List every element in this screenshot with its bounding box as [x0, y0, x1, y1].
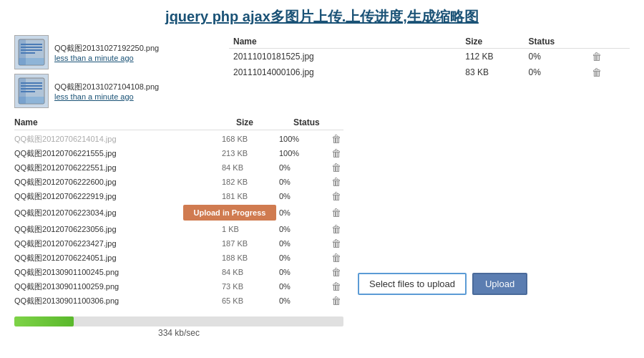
file-name: QQ截图20130901100245.png	[14, 267, 222, 278]
delete-icon[interactable]: 🗑	[331, 266, 341, 278]
preview-thumb-1	[14, 74, 49, 108]
uploaded-col-status: Status	[525, 35, 587, 49]
file-list: QQ截图20120706214014.jpg 168 KB 100% 🗑 QQ截…	[14, 132, 343, 308]
file-status: 0%	[279, 296, 329, 305]
file-list-panel: Name Size Status QQ截图20120706214014.jpg …	[14, 115, 343, 338]
uploaded-table-section: Name Size Status 20111010181525.jpg 112 …	[229, 35, 630, 108]
uploaded-cell-action[interactable]: 🗑	[587, 49, 630, 65]
list-item: QQ截图20120706221555.jpg 213 KB 100% 🗑	[14, 146, 343, 160]
delete-icon[interactable]: 🗑	[592, 67, 602, 78]
uploaded-col-size: Size	[461, 35, 524, 49]
svg-rect-6	[19, 39, 26, 65]
progress-track	[14, 316, 343, 326]
list-item: QQ截图20130901100245.png 84 KB 0% 🗑	[14, 265, 343, 279]
upload-button[interactable]: Upload	[472, 273, 527, 295]
delete-icon[interactable]: 🗑	[331, 207, 341, 218]
file-action[interactable]: 🗑	[329, 207, 343, 218]
select-files-button[interactable]: Select files to upload	[358, 273, 467, 295]
uploaded-col-name: Name	[229, 35, 461, 49]
file-size: 188 KB	[222, 253, 279, 262]
preview-name-1: QQ截图20131027104108.png	[54, 82, 159, 92]
delete-icon[interactable]: 🗑	[331, 238, 341, 249]
delete-icon[interactable]: 🗑	[331, 176, 341, 188]
delete-icon[interactable]: 🗑	[331, 190, 341, 202]
file-size: 84 KB	[222, 163, 279, 172]
speed-label: 334 kb/sec	[14, 328, 343, 338]
file-status: 0%	[279, 225, 329, 233]
file-action[interactable]: 🗑	[329, 133, 343, 145]
list-item: QQ截图20130901100306.png 65 KB 0% 🗑	[14, 294, 343, 308]
file-action[interactable]: 🗑	[329, 223, 343, 235]
delete-icon[interactable]: 🗑	[331, 252, 341, 263]
file-action[interactable]: 🗑	[329, 190, 343, 202]
file-action[interactable]: 🗑	[329, 295, 343, 306]
uploaded-row: 20111014000106.jpg 83 KB 0% 🗑	[229, 64, 630, 80]
preview-section: QQ截图20131027192250.png less than a minut…	[14, 35, 215, 108]
file-size: 181 KB	[222, 192, 279, 200]
file-name: QQ截图20120706223056.jpg	[14, 224, 222, 235]
file-action[interactable]: 🗑	[329, 281, 343, 292]
list-item: QQ截图20120706222551.jpg 84 KB 0% 🗑	[14, 160, 343, 175]
delete-icon[interactable]: 🗑	[331, 162, 341, 173]
preview-time-0: less than a minute ago	[54, 54, 159, 62]
upload-in-progress-bar: Upload in Progress	[183, 205, 276, 221]
file-action[interactable]: 🗑	[329, 238, 343, 249]
file-action[interactable]: 🗑	[329, 162, 343, 173]
file-size: 213 KB	[222, 149, 279, 158]
uploaded-cell-size: 83 KB	[461, 64, 524, 80]
uploaded-file-table: Name Size Status 20111010181525.jpg 112 …	[229, 35, 630, 80]
file-status: 0%	[279, 253, 329, 262]
preview-thumb-0	[14, 35, 49, 69]
uploaded-cell-name: 20111010181525.jpg	[229, 49, 461, 65]
list-item: QQ截图20130901100259.png 73 KB 0% 🗑	[14, 279, 343, 294]
file-name: QQ截图20130901100259.png	[14, 281, 222, 292]
progress-fill	[14, 316, 74, 326]
file-name: QQ截图20120706221555.jpg	[14, 148, 222, 159]
file-size: 84 KB	[222, 268, 279, 276]
col-status-header: Status	[293, 117, 343, 127]
file-name: QQ截图20130901100306.png	[14, 296, 222, 306]
col-name-header: Name	[14, 117, 236, 127]
preview-item-1: QQ截图20131027104108.png less than a minut…	[14, 74, 215, 108]
file-action[interactable]: 🗑	[329, 147, 343, 159]
file-name: QQ截图20120706222600.jpg	[14, 177, 222, 188]
preview-item-0: QQ截图20131027192250.png less than a minut…	[14, 35, 215, 69]
file-size: 182 KB	[222, 178, 279, 186]
right-panel: Select files to upload Upload	[358, 115, 630, 338]
file-action[interactable]: 🗑	[329, 176, 343, 188]
file-status: 0%	[279, 282, 329, 291]
file-name: QQ截图20120706223034.jpg	[14, 208, 183, 218]
delete-icon[interactable]: 🗑	[331, 133, 341, 145]
uploaded-cell-name: 20111014000106.jpg	[229, 64, 461, 80]
file-status: 0%	[279, 268, 329, 276]
list-item: QQ截图20120706214014.jpg 168 KB 100% 🗑	[14, 132, 343, 146]
preview-info-0: QQ截图20131027192250.png less than a minut…	[54, 43, 159, 62]
delete-icon[interactable]: 🗑	[331, 147, 341, 159]
list-item: QQ截图20120706223034.jpg Upload in Progres…	[14, 203, 343, 222]
list-item: QQ截图20120706222919.jpg 181 KB 0% 🗑	[14, 189, 343, 203]
preview-time-1: less than a minute ago	[54, 92, 159, 101]
list-item: QQ截图20120706224051.jpg 188 KB 0% 🗑	[14, 251, 343, 265]
list-item: QQ截图20120706222600.jpg 182 KB 0% 🗑	[14, 175, 343, 189]
list-item: QQ截图20120706223056.jpg 1 KB 0% 🗑	[14, 222, 343, 236]
file-action[interactable]: 🗑	[329, 252, 343, 263]
file-name: QQ截图20120706214014.jpg	[14, 134, 222, 145]
uploaded-col-action	[587, 35, 630, 49]
svg-rect-13	[19, 78, 26, 104]
file-name: QQ截图20120706224051.jpg	[14, 253, 222, 263]
file-size: 1 KB	[222, 225, 279, 233]
file-list-header: Name Size Status	[14, 115, 343, 130]
file-action[interactable]: 🗑	[329, 266, 343, 278]
delete-icon[interactable]: 🗑	[331, 223, 341, 235]
delete-icon[interactable]: 🗑	[331, 281, 341, 292]
col-size-header: Size	[236, 117, 293, 127]
file-status: 0%	[279, 239, 329, 248]
uploaded-cell-action[interactable]: 🗑	[587, 64, 630, 80]
file-size: 65 KB	[222, 296, 279, 305]
file-status: 100%	[279, 149, 329, 158]
delete-icon[interactable]: 🗑	[331, 295, 341, 306]
delete-icon[interactable]: 🗑	[592, 51, 602, 62]
file-status: 0%	[279, 178, 329, 186]
preview-info-1: QQ截图20131027104108.png less than a minut…	[54, 82, 159, 101]
file-status: 0%	[279, 192, 329, 200]
